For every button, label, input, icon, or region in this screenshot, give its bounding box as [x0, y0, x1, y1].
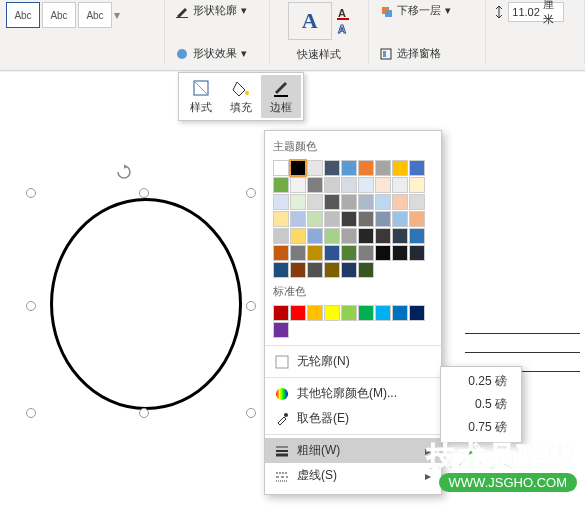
- color-swatch[interactable]: [375, 211, 391, 227]
- resize-handle[interactable]: [246, 301, 256, 311]
- color-swatch[interactable]: [324, 177, 340, 193]
- color-swatch[interactable]: [290, 305, 306, 321]
- resize-handle[interactable]: [26, 188, 36, 198]
- color-swatch[interactable]: [273, 228, 289, 244]
- selection-pane-button[interactable]: 选择窗格: [375, 45, 480, 62]
- no-outline-item[interactable]: 无轮廓(N): [265, 349, 441, 374]
- color-swatch[interactable]: [324, 305, 340, 321]
- color-swatch[interactable]: [358, 194, 374, 210]
- color-swatch[interactable]: [392, 228, 408, 244]
- color-swatch[interactable]: [392, 305, 408, 321]
- color-swatch[interactable]: [358, 262, 374, 278]
- resize-handle[interactable]: [26, 301, 36, 311]
- color-swatch[interactable]: [375, 194, 391, 210]
- resize-handle[interactable]: [246, 408, 256, 418]
- color-swatch[interactable]: [273, 211, 289, 227]
- color-swatch[interactable]: [307, 160, 323, 176]
- color-swatch[interactable]: [307, 245, 323, 261]
- color-swatch[interactable]: [358, 177, 374, 193]
- color-swatch[interactable]: [409, 160, 425, 176]
- color-swatch[interactable]: [375, 177, 391, 193]
- color-swatch[interactable]: [324, 262, 340, 278]
- color-swatch[interactable]: [358, 245, 374, 261]
- color-swatch[interactable]: [307, 262, 323, 278]
- shape-style-thumb[interactable]: Abc: [78, 2, 112, 28]
- color-swatch[interactable]: [273, 194, 289, 210]
- color-swatch[interactable]: [307, 228, 323, 244]
- color-swatch[interactable]: [375, 305, 391, 321]
- color-swatch[interactable]: [290, 228, 306, 244]
- color-swatch[interactable]: [409, 245, 425, 261]
- color-swatch[interactable]: [358, 160, 374, 176]
- color-swatch[interactable]: [392, 160, 408, 176]
- color-swatch[interactable]: [392, 245, 408, 261]
- color-swatch[interactable]: [358, 305, 374, 321]
- color-swatch[interactable]: [324, 245, 340, 261]
- shape-effects-button[interactable]: 形状效果 ▾: [171, 45, 262, 62]
- weight-option[interactable]: 0.5 磅: [441, 393, 521, 416]
- color-swatch[interactable]: [358, 228, 374, 244]
- color-swatch[interactable]: [307, 194, 323, 210]
- color-swatch[interactable]: [290, 177, 306, 193]
- more-colors-item[interactable]: 其他轮廓颜色(M)...: [265, 381, 441, 406]
- color-swatch[interactable]: [290, 194, 306, 210]
- quick-style-gallery[interactable]: A: [288, 2, 332, 40]
- color-swatch[interactable]: [341, 305, 357, 321]
- color-swatch[interactable]: [409, 228, 425, 244]
- color-swatch[interactable]: [409, 305, 425, 321]
- height-input[interactable]: 11.02 厘米: [508, 2, 564, 22]
- resize-handle[interactable]: [139, 188, 149, 198]
- gallery-more-icon[interactable]: ▾: [114, 8, 120, 22]
- text-fill-icon[interactable]: A: [336, 6, 350, 20]
- color-swatch[interactable]: [307, 305, 323, 321]
- color-swatch[interactable]: [273, 305, 289, 321]
- color-swatch[interactable]: [307, 211, 323, 227]
- color-swatch[interactable]: [409, 194, 425, 210]
- style-button[interactable]: 样式: [181, 75, 221, 118]
- color-swatch[interactable]: [375, 228, 391, 244]
- color-swatch[interactable]: [409, 211, 425, 227]
- weight-item[interactable]: 粗细(W)▸: [265, 438, 441, 463]
- color-swatch[interactable]: [341, 245, 357, 261]
- color-swatch[interactable]: [273, 245, 289, 261]
- color-swatch[interactable]: [324, 228, 340, 244]
- border-button[interactable]: 边框: [261, 75, 301, 118]
- color-swatch[interactable]: [290, 211, 306, 227]
- color-swatch[interactable]: [392, 211, 408, 227]
- color-swatch[interactable]: [273, 262, 289, 278]
- resize-handle[interactable]: [246, 188, 256, 198]
- color-swatch[interactable]: [341, 160, 357, 176]
- color-swatch[interactable]: [290, 262, 306, 278]
- shape-outline-button[interactable]: 形状轮廓 ▾: [171, 2, 262, 19]
- dashes-item[interactable]: 虚线(S)▸: [265, 463, 441, 488]
- resize-handle[interactable]: [26, 408, 36, 418]
- color-swatch[interactable]: [307, 177, 323, 193]
- color-swatch[interactable]: [375, 245, 391, 261]
- color-swatch[interactable]: [324, 160, 340, 176]
- color-swatch[interactable]: [341, 211, 357, 227]
- color-swatch[interactable]: [409, 177, 425, 193]
- color-swatch[interactable]: [341, 194, 357, 210]
- color-swatch[interactable]: [341, 177, 357, 193]
- color-swatch[interactable]: [358, 211, 374, 227]
- fill-button[interactable]: 填充: [221, 75, 261, 118]
- color-swatch[interactable]: [341, 228, 357, 244]
- shape-style-thumb[interactable]: Abc: [42, 2, 76, 28]
- ellipse-shape[interactable]: [50, 198, 242, 410]
- weight-option[interactable]: 0.75 磅: [441, 416, 521, 439]
- color-swatch[interactable]: [341, 262, 357, 278]
- color-swatch[interactable]: [290, 245, 306, 261]
- rotation-handle-icon[interactable]: [116, 164, 132, 180]
- text-outline-icon[interactable]: A: [336, 22, 350, 36]
- color-swatch[interactable]: [273, 322, 289, 338]
- color-swatch[interactable]: [375, 160, 391, 176]
- color-swatch[interactable]: [290, 160, 306, 176]
- resize-handle[interactable]: [139, 408, 149, 418]
- color-swatch[interactable]: [392, 194, 408, 210]
- color-swatch[interactable]: [324, 194, 340, 210]
- selected-shape[interactable]: [30, 192, 252, 414]
- eyedropper-item[interactable]: 取色器(E): [265, 406, 441, 431]
- color-swatch[interactable]: [324, 211, 340, 227]
- color-swatch[interactable]: [273, 160, 289, 176]
- weight-option[interactable]: 0.25 磅: [441, 370, 521, 393]
